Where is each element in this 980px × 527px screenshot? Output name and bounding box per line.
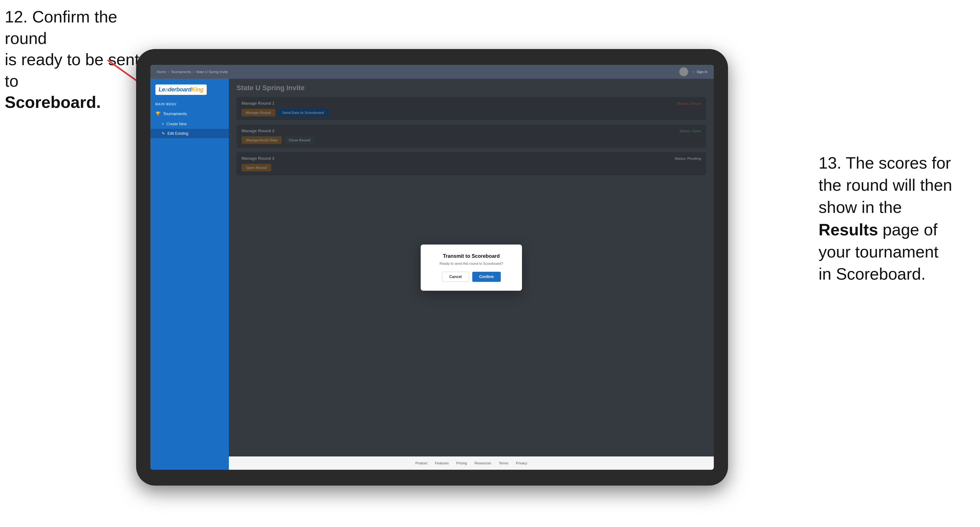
topbar: Home › Tournaments › State U Spring Invi… [150, 65, 714, 79]
main-menu-label: MAIN MENU [150, 99, 229, 108]
footer-product[interactable]: Product [415, 461, 427, 465]
main-content: State U Spring Invite Manage Round 1 Sta… [229, 79, 714, 470]
sidebar-tournaments-label: Tournaments [163, 111, 187, 116]
modal-cancel-button[interactable]: Cancel [442, 272, 469, 282]
breadcrumb-tournaments[interactable]: Tournaments [171, 70, 191, 74]
footer-features[interactable]: Features [435, 461, 449, 465]
avatar [679, 67, 688, 76]
modal-overlay: Transmit to Scoreboard Ready to send thi… [229, 79, 714, 456]
breadcrumb-current: State U Spring Invite [196, 70, 228, 74]
modal-subtitle: Ready to send this round to Scoreboard? [431, 262, 512, 265]
sidebar-logo: LeaderboardKing [150, 79, 229, 99]
plus-icon: + [162, 122, 164, 126]
app-layout: LeaderboardKing MAIN MENU 🏆 Tournaments … [150, 79, 714, 470]
breadcrumb-sep1: › [168, 70, 169, 74]
footer-pricing[interactable]: Pricing [457, 461, 467, 465]
footer-terms[interactable]: Terms [499, 461, 508, 465]
footer-resources[interactable]: Resources [474, 461, 491, 465]
modal-buttons: Cancel Confirm [431, 272, 512, 282]
sidebar-item-edit-existing[interactable]: ✎ Edit Existing [150, 129, 229, 138]
sign-in-button[interactable]: → Sign In [692, 70, 708, 74]
annotation-top: 12. Confirm the round is ready to be sen… [5, 6, 144, 113]
logo-text: LeaderboardKing [159, 86, 204, 93]
footer: Product Features Pricing Resources Terms… [229, 456, 714, 470]
sidebar: LeaderboardKing MAIN MENU 🏆 Tournaments … [150, 79, 229, 470]
sidebar-item-create-new[interactable]: + Create New [150, 119, 229, 129]
sign-in-icon: → [692, 70, 695, 74]
page-content: State U Spring Invite Manage Round 1 Sta… [229, 79, 714, 456]
sidebar-item-tournaments[interactable]: 🏆 Tournaments [150, 108, 229, 119]
tablet-device: Home › Tournaments › State U Spring Invi… [136, 49, 728, 486]
transmit-modal: Transmit to Scoreboard Ready to send thi… [421, 244, 522, 291]
breadcrumb: Home › Tournaments › State U Spring Invi… [157, 70, 228, 74]
breadcrumb-sep2: › [193, 70, 194, 74]
annotation-right: 13. The scores forthe round will thensho… [819, 152, 970, 285]
edit-existing-label: Edit Existing [167, 131, 188, 136]
modal-title: Transmit to Scoreboard [431, 253, 512, 259]
footer-privacy[interactable]: Privacy [516, 461, 527, 465]
trophy-icon: 🏆 [156, 111, 161, 116]
tablet-screen: Home › Tournaments › State U Spring Invi… [150, 65, 714, 470]
breadcrumb-home[interactable]: Home [157, 70, 166, 74]
modal-confirm-button[interactable]: Confirm [472, 272, 501, 282]
edit-icon: ✎ [162, 131, 165, 136]
logo-box: LeaderboardKing [156, 84, 207, 95]
create-new-label: Create New [167, 122, 186, 126]
topbar-right: → Sign In [679, 67, 708, 76]
